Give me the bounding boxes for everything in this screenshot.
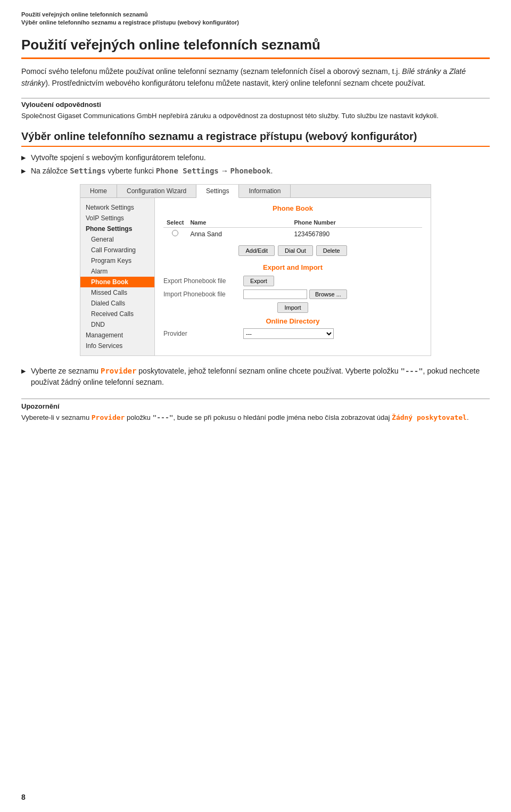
warning-mid: položku	[125, 413, 152, 421]
provider-note-prefix: Vyberte ze seznamu	[31, 367, 101, 375]
sidebar-item-info-services[interactable]: Info Services	[80, 341, 154, 351]
intro-bold1: Bílé stránky	[402, 67, 441, 76]
sidebar-item-voip-settings[interactable]: VoIP Settings	[80, 213, 154, 223]
warning-prefix: Vyberete-li v seznamu	[21, 413, 92, 421]
import-file-input[interactable]	[243, 289, 307, 299]
web-configurator-screenshot: Home Configuration Wizard Settings Infor…	[80, 184, 431, 356]
warning-code2: "---"	[152, 413, 173, 421]
phone-book-table: Select Name Phone Number Anna Sand 12345…	[163, 218, 422, 240]
table-row: Anna Sand 1234567890	[163, 228, 422, 241]
export-import-section: Export and Import Export Phonebook file …	[163, 263, 422, 313]
sidebar-item-received-calls[interactable]: Received Calls	[80, 309, 154, 319]
intro-paragraph: Pomocí svého telefonu můžete používat on…	[21, 65, 490, 89]
section-heading: Výběr online telefonního seznamu a regis…	[21, 130, 490, 147]
step-1: Vytvořte spojení s webovým konfigurátore…	[21, 152, 490, 163]
dial-out-button[interactable]: Dial Out	[278, 245, 313, 256]
warning-end: , bude se při pokusu o hledání podle jmé…	[174, 413, 392, 421]
step-2-code3: Phonebook	[230, 167, 271, 175]
tab-home[interactable]: Home	[80, 185, 117, 197]
sidebar-item-program-keys[interactable]: Program Keys	[80, 255, 154, 266]
sidebar-item-management[interactable]: Management	[80, 330, 154, 341]
provider-note-mid: poskytovatele, jehož telefonní seznam on…	[136, 367, 400, 375]
row-name-cell: Anna Sand	[187, 228, 291, 241]
provider-label: Provider	[163, 330, 243, 337]
export-button[interactable]: Export	[243, 276, 274, 286]
row-phone-cell: 1234567890	[291, 228, 422, 241]
sidebar-item-phone-book[interactable]: Phone Book	[80, 277, 154, 287]
delete-button[interactable]: Delete	[316, 245, 347, 256]
add-edit-button[interactable]: Add/Edit	[238, 245, 275, 256]
export-row: Export Phonebook file Export	[163, 276, 422, 286]
step-2-code2: Phone Settings	[156, 167, 219, 175]
import-label: Import Phonebook file	[163, 291, 243, 298]
provider-row: Provider ---	[163, 328, 422, 339]
wc-main-content: Phone Book Select Name Phone Number Anna…	[155, 198, 431, 355]
provider-code1: Provider	[101, 367, 136, 375]
sidebar-item-general[interactable]: General	[80, 234, 154, 245]
wc-sidebar: Network Settings VoIP Settings Phone Set…	[80, 198, 155, 355]
step-1-text: Vytvořte spojení s webovým konfigurátore…	[31, 153, 206, 162]
wc-tabs-bar: Home Configuration Wizard Settings Infor…	[80, 185, 431, 198]
warning-box: Upozornění Vyberete-li v seznamu Provide…	[21, 399, 490, 423]
provider-note-item: Vyberte ze seznamu Provider poskytovatel…	[21, 366, 490, 388]
row-select-cell	[163, 228, 187, 241]
radio-button[interactable]	[172, 230, 178, 236]
step-2: Na záložce Settings vyberte funkci Phone…	[21, 165, 490, 177]
sidebar-item-network-settings[interactable]: Network Settings	[80, 202, 154, 213]
page-title: Použití veřejných online telefonních sez…	[21, 37, 490, 59]
step-2-prefix: Na záložce	[31, 167, 70, 175]
step-2-code1: Settings	[70, 167, 105, 175]
sidebar-item-dialed-calls[interactable]: Dialed Calls	[80, 298, 154, 309]
import-submit-row: Import	[163, 302, 422, 313]
breadcrumb: Použití veřejných online telefonních sez…	[21, 11, 490, 27]
provider-note-list: Vyberte ze seznamu Provider poskytovatel…	[21, 366, 490, 388]
col-phone: Phone Number	[291, 218, 422, 228]
sidebar-item-phone-settings[interactable]: Phone Settings	[80, 223, 154, 234]
step-2-end: .	[270, 167, 273, 175]
intro-end: ). Prostřednictvím webového konfigurátor…	[45, 79, 425, 87]
provider-select[interactable]: ---	[243, 328, 334, 339]
steps-list: Vytvořte spojení s webovým konfigurátore…	[21, 152, 490, 177]
step-2-mid: vyberte funkci	[106, 167, 156, 175]
phone-book-buttons: Add/Edit Dial Out Delete	[163, 245, 422, 256]
import-button[interactable]: Import	[277, 302, 308, 313]
warning-final: .	[467, 413, 469, 421]
phone-book-section-title: Phone Book	[163, 204, 422, 212]
tab-information[interactable]: Information	[239, 185, 291, 197]
sidebar-item-alarm[interactable]: Alarm	[80, 266, 154, 277]
export-import-title: Export and Import	[163, 263, 422, 271]
disclaimer-title: Vyloučení odpovědnosti	[21, 101, 490, 109]
intro-mid: a	[441, 67, 449, 76]
tab-settings[interactable]: Settings	[196, 185, 239, 198]
warning-text: Vyberete-li v seznamu Provider položku "…	[21, 412, 490, 423]
col-select: Select	[163, 218, 187, 228]
tab-config-wizard[interactable]: Configuration Wizard	[117, 185, 196, 197]
sidebar-item-missed-calls[interactable]: Missed Calls	[80, 287, 154, 298]
breadcrumb-line1: Použití veřejných online telefonních sez…	[21, 11, 148, 18]
import-row: Import Phonebook file Browse ...	[163, 289, 422, 299]
sidebar-item-dnd[interactable]: DND	[80, 319, 154, 330]
disclaimer-box: Vyloučení odpovědnosti Společnost Gigase…	[21, 98, 490, 121]
disclaimer-text: Společnost Gigaset Communications GmbH n…	[21, 111, 490, 121]
table-header-row: Select Name Phone Number	[163, 218, 422, 228]
step-2-arrow: →	[219, 167, 230, 175]
warning-code3: Žádný poskytovatel	[392, 413, 467, 421]
sidebar-item-call-forwarding[interactable]: Call Forwarding	[80, 245, 154, 255]
browse-button[interactable]: Browse ...	[309, 289, 347, 299]
online-directory-section: Online Directory Provider ---	[163, 317, 422, 339]
wc-body: Network Settings VoIP Settings Phone Set…	[80, 198, 431, 355]
col-name: Name	[187, 218, 291, 228]
warning-title: Upozornění	[21, 402, 490, 410]
warning-code1: Provider	[92, 413, 125, 421]
provider-code2: "---"	[400, 367, 423, 375]
export-label: Export Phonebook file	[163, 277, 243, 285]
intro-text-start: Pomocí svého telefonu můžete používat on…	[21, 67, 402, 76]
online-directory-title: Online Directory	[163, 317, 422, 325]
breadcrumb-line2: Výběr online telefonního seznamu a regis…	[21, 19, 239, 26]
